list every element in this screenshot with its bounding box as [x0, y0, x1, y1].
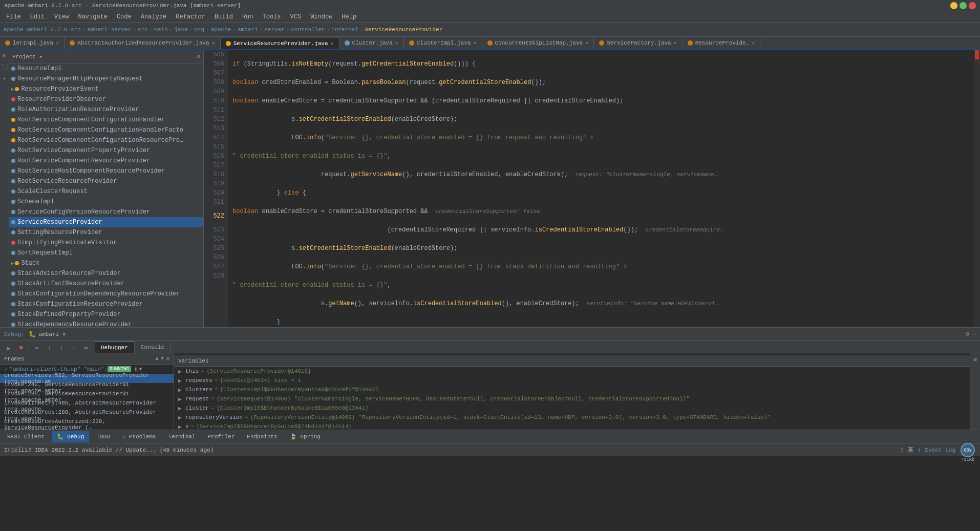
maximize-button[interactable]: [960, 2, 967, 9]
menu-code[interactable]: Code: [113, 12, 136, 22]
nav-project[interactable]: apache-ambari-2.7.6-src: [3, 27, 81, 33]
nav-file[interactable]: ServiceResourceProvider: [365, 27, 442, 33]
tab-close-abstract[interactable]: ✕: [212, 40, 215, 46]
menu-run[interactable]: Run: [238, 12, 258, 22]
var-repositoryversion[interactable]: ▶ repositoryVersion = {RepositoryVersion…: [174, 413, 970, 422]
tab-console[interactable]: Console: [135, 342, 171, 353]
menu-analyze[interactable]: Analyze: [137, 12, 171, 22]
frames-settings[interactable]: ⚙: [166, 355, 169, 362]
tab-close-clusterimpl[interactable]: ✕: [473, 40, 476, 46]
sidebar-item-stackconfigdependency[interactable]: StackConfigurationDependencyResourceProv…: [9, 289, 203, 299]
sidebar-item-rootservicecomponentconfighandlerfacto[interactable]: RootServiceComponentConfigurationHandler…: [9, 125, 203, 135]
var-requests[interactable]: ▶ requests = {HashSet@14034} size = 1: [174, 376, 970, 385]
expand-repoversion[interactable]: ▶: [178, 414, 183, 421]
sidebar-item-settingresource[interactable]: SettingResourceProvider: [9, 227, 203, 238]
sidebar-item-sortrequestimpl[interactable]: SortRequestImpl: [9, 248, 203, 258]
var-cluster[interactable]: ▶ cluster = {ClusterImpl$$EnhancerByGuic…: [174, 403, 970, 413]
close-button[interactable]: [969, 2, 976, 9]
sidebar-item-resourceimpl[interactable]: ResourceImpl: [9, 63, 203, 74]
bottom-tab-endpoints[interactable]: Endpoints: [242, 431, 282, 442]
expand-s[interactable]: ▶: [178, 423, 183, 430]
var-clusters[interactable]: ▶ clusters = {ClustersImpl$$EnhancerByGu…: [174, 385, 970, 394]
sidebar-item-rootservicecomponentconfigresource[interactable]: RootServiceComponentConfigurationResourc…: [9, 135, 203, 145]
expand-cluster[interactable]: ▶: [178, 405, 183, 412]
tab-close-cluster[interactable]: ✕: [395, 40, 398, 46]
nav-server[interactable]: server: [264, 27, 285, 33]
expand-clusters[interactable]: ▶: [178, 387, 183, 393]
code-content[interactable]: 505 506 507 508 509 510 511 512 513 514 …: [204, 50, 980, 327]
sidebar-item-rootservicecomponentconfighandler[interactable]: RootServiceComponentConfigurationHandler: [9, 115, 203, 125]
sidebar-item-schemaimpl[interactable]: SchemaImpl: [9, 197, 203, 207]
bottom-tab-problems[interactable]: ⚠ Problems: [117, 431, 161, 442]
menu-window[interactable]: Window: [306, 12, 336, 22]
menu-vcs[interactable]: VCS: [286, 12, 306, 22]
tab-close-concurrent[interactable]: ✕: [585, 40, 588, 46]
bottom-tab-terminal[interactable]: Terminal: [163, 431, 201, 442]
sidebar-item-roleauth[interactable]: RoleAuthorizationResourceProvider: [9, 104, 203, 115]
sidebar-item-rootserviceresource[interactable]: RootServiceResourceProvider: [9, 176, 203, 186]
thread-nav-down[interactable]: ▼: [139, 366, 142, 372]
nav-module[interactable]: ambari-server: [87, 27, 131, 33]
run-to-cursor-button[interactable]: →: [69, 344, 78, 353]
sidebar-item-stackconfiguration[interactable]: StackConfigurationResourceProvider: [9, 299, 203, 309]
step-into-button[interactable]: ↓: [45, 344, 54, 353]
menu-build[interactable]: Build: [210, 12, 237, 22]
var-s[interactable]: ▶ s = {ServiceImpl$$EnhancerByGuice$$74b…: [174, 422, 970, 430]
tab-serviceresourceprovider[interactable]: ServiceResourceProvider.java ✕: [221, 37, 339, 49]
sidebar-item-resourcemanager[interactable]: ResourceManagerHttpPropertyRequest: [9, 74, 203, 84]
nav-java[interactable]: java: [174, 27, 187, 33]
debug-layout-icon[interactable]: ⊞: [971, 355, 979, 364]
nav-src[interactable]: src: [138, 27, 148, 33]
favorites-icon[interactable]: ★: [1, 75, 8, 82]
nav-apache[interactable]: apache: [211, 27, 231, 33]
sidebar-item-rootservicecomponentresource[interactable]: RootServiceComponentResourceProvider: [9, 156, 203, 166]
step-out-button[interactable]: ↑: [57, 344, 66, 353]
sidebar-item-stackdependency[interactable]: StackDependencyResourceProvider: [9, 320, 203, 327]
var-request[interactable]: ▶ request = {ServiceRequest@14050} "clus…: [174, 394, 970, 403]
expand-this[interactable]: ▶: [178, 368, 183, 375]
nav-controller[interactable]: controller: [291, 27, 325, 33]
sidebar-item-simplifying[interactable]: SimplifyingPredicateVisitor: [9, 238, 203, 248]
sidebar-item-resourceproviderobserver[interactable]: ResourceProviderObserver: [9, 94, 203, 104]
sidebar-item-rootservicecomponentprop[interactable]: RootServiceComponentPropertyProvider: [9, 145, 203, 156]
pause-thread-icon[interactable]: ⏸: [133, 366, 139, 373]
nav-internal[interactable]: internal: [331, 27, 358, 33]
tab-close-service[interactable]: ✕: [331, 40, 334, 47]
minimize-panel-icon[interactable]: —: [972, 331, 976, 338]
structure-icon[interactable]: ⬛: [1, 63, 8, 71]
tab-clusterimpl[interactable]: ClusterImpl.java ✕: [404, 37, 482, 49]
expand-requests[interactable]: ▶: [178, 377, 183, 384]
sidebar-item-serviceconfigversion[interactable]: ServiceConfigVersionResourceProvider: [9, 207, 203, 217]
bottom-tab-todo[interactable]: TODO: [91, 431, 115, 442]
frames-nav-up[interactable]: ▲: [155, 355, 159, 362]
tab-abstractauthorized[interactable]: AbstractAuthorizedResourceProvider.java …: [65, 37, 220, 49]
frames-nav-down[interactable]: ▼: [161, 355, 164, 362]
menu-help[interactable]: Help: [337, 12, 360, 22]
bottom-tab-debug[interactable]: 🐛 Debug: [52, 431, 90, 442]
menu-tools[interactable]: Tools: [259, 12, 285, 22]
sidebar-item-stackartifact[interactable]: StackArtifactResourceProvider: [9, 279, 203, 289]
evaluate-button[interactable]: ⌨: [81, 344, 91, 353]
resume-button[interactable]: ▶: [4, 344, 13, 353]
menu-refactor[interactable]: Refactor: [172, 12, 209, 22]
nav-org[interactable]: org: [194, 27, 204, 33]
sidebar-item-stackadvisor[interactable]: StackAdvisorResourceProvider: [9, 268, 203, 279]
menu-view[interactable]: View: [50, 12, 73, 22]
frame-createresources231[interactable]: createResources:231, AbstractAuthorizedR…: [0, 429, 174, 430]
sidebar-item-serviceresourceprovider[interactable]: ServiceResourceProvider: [9, 217, 203, 227]
tab-concurrentskiplist[interactable]: ConcurrentSkipListMap.java ✕: [482, 37, 594, 49]
sidebar-item-rootservicehostcomponent[interactable]: RootServiceHostComponentResourceProvider: [9, 166, 203, 176]
tab-debugger[interactable]: Debugger: [95, 342, 135, 353]
menu-navigate[interactable]: Navigate: [74, 12, 112, 22]
sidebar-item-scalecluster[interactable]: ScaleClusterRequest: [9, 186, 203, 197]
gear-icon[interactable]: ⚙: [966, 330, 969, 338]
tab-resourceprovider[interactable]: ResourceProvide… ✕: [683, 37, 761, 49]
expand-request[interactable]: ▶: [178, 396, 183, 402]
menu-file[interactable]: File: [2, 12, 25, 22]
sidebar-settings-icon[interactable]: ⚙: [197, 53, 200, 60]
sidebar-item-resourceproviderevent[interactable]: ▶ ResourceProviderEvent: [9, 84, 203, 94]
tab-close-lerimpl[interactable]: ✕: [56, 40, 59, 46]
bottom-tab-spring[interactable]: 🍃 Spring: [285, 431, 326, 442]
bottom-tab-restclient[interactable]: REST Client: [2, 431, 50, 442]
tab-close-resourceprovider[interactable]: ✕: [752, 40, 755, 46]
